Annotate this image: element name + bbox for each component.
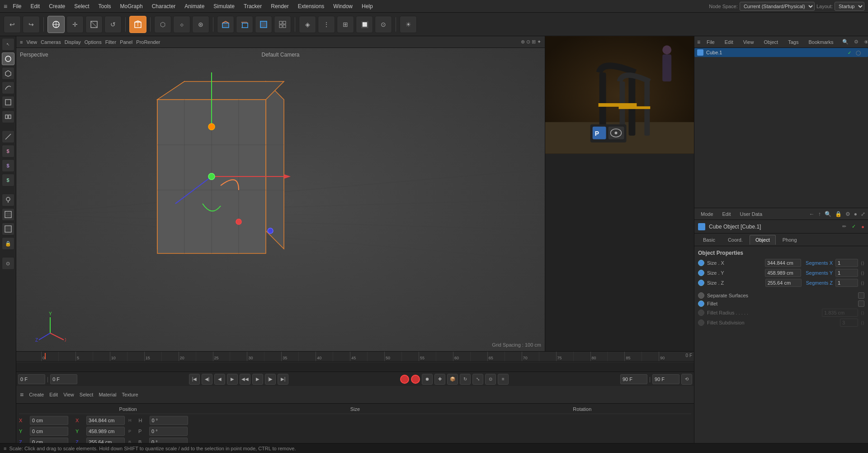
attr-check-icon[interactable]: ✓: [852, 224, 856, 229]
attr-lock2-icon[interactable]: 🔒: [835, 211, 842, 217]
obj-search-icon[interactable]: 🔍: [842, 39, 849, 45]
segments-z-spinner[interactable]: ⟨⟩: [861, 281, 864, 286]
obj-mgr-menu[interactable]: ≡: [697, 39, 700, 45]
x-rotation-input[interactable]: [150, 416, 188, 425]
segments-y-spinner[interactable]: ⟨⟩: [861, 271, 864, 276]
attr-up-icon[interactable]: ↑: [818, 211, 821, 217]
obj-eye-icon[interactable]: 👁: [864, 39, 868, 45]
prev-frame-btn[interactable]: ◀: [214, 374, 225, 385]
x-size-input[interactable]: [86, 416, 125, 425]
tab-phong[interactable]: Phong: [777, 235, 803, 245]
menu-render[interactable]: Render: [267, 2, 292, 11]
sidebar-edge-btn[interactable]: [2, 96, 14, 109]
viewport-icons-right[interactable]: ⊕ ⊙ ⊞ ✦: [521, 39, 541, 45]
attr-settings-icon[interactable]: ⚙: [845, 211, 850, 217]
viewport-main[interactable]: ≡ View Cameras Display Options Filter Pa…: [16, 36, 545, 351]
view-4-btn[interactable]: [274, 16, 291, 33]
sidebar-spline-btn[interactable]: [2, 81, 14, 94]
obj-view-tab[interactable]: View: [740, 38, 758, 46]
undo-button[interactable]: ↩: [4, 16, 21, 33]
obj-visible-icon[interactable]: ✓: [848, 50, 851, 55]
sidebar-dollar3-btn[interactable]: $: [2, 174, 14, 186]
sidebar-dollar2-btn[interactable]: $: [2, 159, 14, 172]
menu-create[interactable]: Create: [45, 2, 69, 11]
loop-btn[interactable]: ⟲: [681, 374, 692, 385]
key-rot-btn[interactable]: ↻: [460, 374, 471, 385]
view-persp-btn[interactable]: [236, 16, 253, 33]
snap-btn[interactable]: 🔲: [356, 16, 373, 33]
obj-filter-icon[interactable]: ⚙: [854, 39, 859, 45]
key-param-btn[interactable]: ⊙: [485, 374, 496, 385]
layout-select[interactable]: Startup: [835, 2, 864, 11]
attr-userdata-tab[interactable]: User Data: [736, 210, 766, 218]
size-x-input[interactable]: [765, 259, 801, 267]
obj-tags-tab[interactable]: Tags: [784, 38, 802, 46]
view-front-btn[interactable]: [255, 16, 272, 33]
to-end-btn[interactable]: ▶|: [278, 374, 288, 385]
attr-edit-icon[interactable]: ✏: [842, 224, 846, 229]
sidebar-vertex-btn[interactable]: [2, 110, 14, 123]
view-top-btn[interactable]: [217, 16, 234, 33]
segments-y-input[interactable]: [835, 269, 858, 277]
menu-character[interactable]: Character: [148, 2, 179, 11]
render-btn[interactable]: ⊙: [375, 16, 392, 33]
y-position-input[interactable]: [30, 427, 68, 436]
attr-mode-tab[interactable]: Mode: [697, 210, 717, 218]
viewport-panel[interactable]: Panel: [120, 39, 132, 45]
material-btn[interactable]: ◈: [299, 16, 316, 33]
next-key-btn[interactable]: |▶: [265, 374, 276, 385]
camera-viewport[interactable]: P: [545, 36, 694, 351]
play-btn[interactable]: ▶: [227, 374, 238, 385]
light-btn[interactable]: ☀: [400, 16, 417, 33]
viewport-canvas[interactable]: Perspective Default Camera: [16, 48, 545, 351]
size-y-dot[interactable]: [698, 270, 704, 276]
menu-tracker[interactable]: Tracker: [240, 2, 265, 11]
material-view[interactable]: View: [63, 392, 74, 397]
nodespace-select[interactable]: Current (Standard/Physical): [740, 2, 815, 11]
obj-object-tab[interactable]: Object: [760, 38, 782, 46]
deformer-btn[interactable]: ⟐: [173, 16, 190, 33]
menu-file[interactable]: File: [9, 2, 25, 11]
size-y-input[interactable]: [765, 269, 801, 277]
move-tool[interactable]: ✛: [66, 16, 84, 33]
segments-x-spinner[interactable]: ⟨⟩: [861, 261, 864, 266]
sidebar-line-btn[interactable]: [2, 130, 14, 143]
menu-select[interactable]: Select: [71, 2, 93, 11]
menu-tools[interactable]: Tools: [95, 2, 115, 11]
record-btn-2[interactable]: [411, 375, 420, 384]
sidebar-dollar1-btn[interactable]: $: [2, 145, 14, 157]
tab-object[interactable]: Object: [750, 235, 776, 245]
autokey-btn[interactable]: ⏺: [422, 374, 433, 385]
preview-start-input[interactable]: [620, 374, 647, 384]
hamburger-menu[interactable]: ≡: [4, 3, 7, 10]
obj-file-tab[interactable]: File: [703, 38, 718, 46]
rotate-tool[interactable]: ↺: [104, 16, 122, 33]
menu-simulate[interactable]: Simulate: [210, 2, 238, 11]
record-btn-1[interactable]: [400, 375, 409, 384]
key-all-btn[interactable]: ✚: [434, 374, 445, 385]
fillet-checkbox[interactable]: [858, 300, 864, 307]
sidebar-texture-btn[interactable]: [2, 223, 14, 235]
viewport-options[interactable]: Options: [85, 39, 102, 45]
key-pos-btn[interactable]: 📦: [447, 374, 458, 385]
sidebar-object-btn[interactable]: [2, 67, 14, 80]
obj-render-icon[interactable]: ◯: [856, 50, 861, 55]
key-pla-btn[interactable]: ≡: [498, 374, 509, 385]
key-scale-btn[interactable]: ⤡: [472, 374, 483, 385]
attr-search-icon[interactable]: 🔍: [825, 211, 831, 217]
material-material[interactable]: Material: [99, 392, 116, 397]
material-create[interactable]: Create: [29, 392, 44, 397]
live-selection-tool[interactable]: [47, 16, 65, 33]
to-start-btn[interactable]: |◀: [189, 374, 200, 385]
filter-btn[interactable]: ⋮: [318, 16, 335, 33]
start-frame-input[interactable]: [18, 374, 45, 384]
attr-expand-icon[interactable]: ⤢: [861, 211, 865, 217]
object-item-cube[interactable]: Cube.1 ✓ ◯: [694, 48, 868, 57]
segments-x-input[interactable]: [835, 259, 858, 267]
sidebar-circle-anim-btn[interactable]: ⊙: [2, 257, 14, 270]
cube-object-btn[interactable]: [129, 16, 146, 33]
sidebar-grid-btn[interactable]: [2, 208, 14, 221]
nurbs-btn[interactable]: ⬡: [154, 16, 171, 33]
scale-tool[interactable]: [85, 16, 103, 33]
obj-edit-tab[interactable]: Edit: [721, 38, 737, 46]
